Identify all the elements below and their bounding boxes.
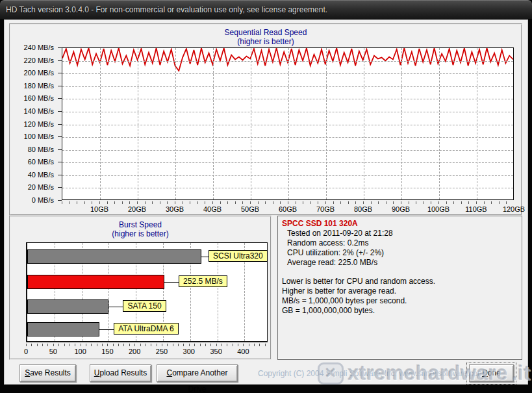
burst-x-tick-label: 100 bbox=[66, 348, 95, 355]
seq-x-tick-label: 90GB bbox=[386, 205, 415, 213]
seq-y-tick-label: 20 MB/s bbox=[28, 183, 54, 191]
compare-another-drive-button[interactable]: Compare Another Drive bbox=[157, 364, 238, 382]
grid-line-horizontal bbox=[62, 86, 513, 87]
grid-line-vertical bbox=[326, 48, 327, 199]
seq-y-tick-mark bbox=[58, 124, 62, 125]
upload-results-button[interactable]: Upload Results bbox=[90, 364, 151, 382]
seq-x-tick-label: 120GB bbox=[500, 205, 528, 213]
drive-stat-line: Tested on 2011-09-20 at 21:28 bbox=[282, 229, 518, 238]
seq-y-tick-mark bbox=[58, 73, 62, 73]
seq-y-tick-mark bbox=[58, 86, 62, 86]
burst-x-tick-label: 0 bbox=[12, 348, 40, 355]
grid-line-vertical bbox=[288, 48, 289, 199]
seq-y-tick-mark bbox=[58, 60, 62, 61]
burst-bar-callout-line bbox=[201, 257, 209, 257]
burst-x-tick-label: 200 bbox=[120, 348, 149, 355]
sequential-line-chart bbox=[62, 48, 513, 199]
seq-x-tick-label: 30GB bbox=[160, 205, 189, 213]
grid-line-horizontal bbox=[62, 61, 513, 62]
grid-line-horizontal bbox=[62, 162, 513, 163]
seq-y-tick-mark bbox=[58, 162, 62, 162]
seq-x-tick-label: 60GB bbox=[273, 205, 302, 213]
grid-line-vertical bbox=[401, 48, 402, 199]
seq-y-tick-label: 180 MB/s bbox=[24, 82, 54, 90]
drive-stats: Tested on 2011-09-20 at 21:28Random acce… bbox=[282, 229, 518, 268]
seq-x-tick-label: 110GB bbox=[462, 205, 490, 213]
done-label: one bbox=[488, 368, 501, 377]
info-note-line: MB/s = 1,000,000 bytes per second. bbox=[282, 296, 518, 306]
sequential-plot bbox=[62, 47, 514, 200]
grid-line-vertical bbox=[439, 48, 440, 199]
compare-label: ompare Another Drive bbox=[172, 368, 227, 393]
seq-x-tick-label: 40GB bbox=[198, 205, 227, 213]
grid-line-horizontal bbox=[62, 137, 513, 138]
seq-y-tick-label: 160 MB/s bbox=[24, 94, 54, 102]
burst-chart-title: Burst Speed bbox=[10, 220, 270, 229]
seq-y-tick-mark bbox=[58, 47, 62, 48]
save-label: ave Results bbox=[30, 368, 71, 377]
save-mnemonic: S bbox=[25, 368, 30, 377]
seq-y-tick-mark bbox=[58, 175, 62, 175]
upload-label: pload Results bbox=[99, 368, 147, 377]
sequential-chart-title: Sequential Read Speed bbox=[10, 28, 521, 37]
seq-y-tick-mark bbox=[58, 200, 62, 201]
sequential-read-panel: Sequential Read Speed (higher is better)… bbox=[9, 23, 522, 216]
burst-bar-label: 252.5 MB/s bbox=[179, 275, 227, 287]
seq-y-tick-label: 0 MB/s bbox=[32, 196, 54, 204]
compare-mnemonic: C bbox=[166, 368, 172, 377]
seq-y-tick-mark bbox=[58, 187, 62, 188]
save-results-button[interactable]: Save Results bbox=[19, 364, 76, 382]
burst-bar-callout-line bbox=[108, 307, 123, 307]
grid-line-horizontal bbox=[62, 99, 513, 99]
seq-y-tick-mark bbox=[58, 111, 62, 112]
burst-x-tick-label: 300 bbox=[175, 348, 203, 355]
window-title: HD Tach version 3.0.4.0 - For non-commer… bbox=[6, 5, 327, 14]
seq-x-tick-label: 80GB bbox=[349, 205, 377, 213]
burst-bar-callout-line bbox=[164, 282, 179, 283]
grid-line-vertical bbox=[100, 48, 101, 199]
seq-y-tick-label: 40 MB/s bbox=[28, 171, 54, 179]
seq-y-tick-label: 240 MB/s bbox=[24, 44, 54, 51]
info-note-line: GB = 1,000,000,000 bytes. bbox=[282, 306, 518, 316]
seq-x-minor-ticks bbox=[62, 201, 514, 204]
drive-name: SPCC SSD 101 320A bbox=[282, 219, 518, 229]
grid-line-vertical bbox=[251, 48, 251, 199]
burst-bar bbox=[27, 322, 99, 336]
grid-line-horizontal bbox=[62, 112, 513, 112]
burst-bar-callout-line bbox=[99, 329, 114, 330]
seq-y-tick-label: 120 MB/s bbox=[24, 120, 54, 128]
burst-x-tick-label: 150 bbox=[93, 348, 121, 355]
client-area: Sequential Read Speed (higher is better)… bbox=[4, 19, 528, 385]
grid-line-vertical bbox=[175, 48, 176, 199]
burst-x-tick-label: 50 bbox=[39, 348, 68, 355]
hd-tach-window: { "window": { "title": "HD Tach version … bbox=[0, 0, 532, 393]
burst-bar-label: ATA UltraDMA 6 bbox=[114, 323, 179, 335]
info-notes: Lower is better for CPU and random acces… bbox=[282, 277, 518, 316]
grid-line-horizontal bbox=[62, 175, 513, 176]
seq-y-tick-mark bbox=[58, 149, 62, 150]
info-note-line: Higher is better for average read. bbox=[282, 286, 518, 296]
burst-x-minor-ticks bbox=[26, 344, 268, 346]
grid-line-vertical bbox=[364, 48, 364, 199]
seq-x-tick-label: 100GB bbox=[424, 205, 453, 213]
seq-y-tick-label: 60 MB/s bbox=[28, 158, 54, 166]
burst-chart-subtitle: (higher is better) bbox=[10, 229, 270, 238]
seq-x-tick-label: 20GB bbox=[123, 205, 151, 213]
burst-bar bbox=[27, 249, 201, 264]
drive-stat-line: CPU utilization: 2% (+/- 2%) bbox=[282, 248, 518, 258]
seq-y-tick-mark bbox=[58, 136, 62, 137]
seq-y-tick-label: 200 MB/s bbox=[24, 69, 54, 77]
grid-line-horizontal bbox=[62, 125, 513, 125]
seq-y-tick-label: 140 MB/s bbox=[24, 107, 54, 115]
seq-y-tick-label: 220 MB/s bbox=[24, 57, 54, 64]
seq-x-tick-label: 50GB bbox=[236, 205, 264, 213]
burst-x-tick-label: 250 bbox=[147, 348, 176, 355]
info-note-line: Lower is better for CPU and random acces… bbox=[282, 277, 518, 286]
burst-speed-panel: Burst Speed (higher is better) SCSI Ultr… bbox=[9, 216, 272, 360]
grid-line-horizontal bbox=[62, 188, 513, 188]
seq-x-tick-label: 10GB bbox=[85, 205, 114, 213]
sequential-read-line bbox=[62, 48, 513, 71]
copyright-text: Copyright (C) 2004 Simpli Software, Inc.… bbox=[258, 369, 484, 378]
burst-bar bbox=[27, 275, 164, 289]
title-bar[interactable]: HD Tach version 3.0.4.0 - For non-commer… bbox=[0, 0, 532, 19]
